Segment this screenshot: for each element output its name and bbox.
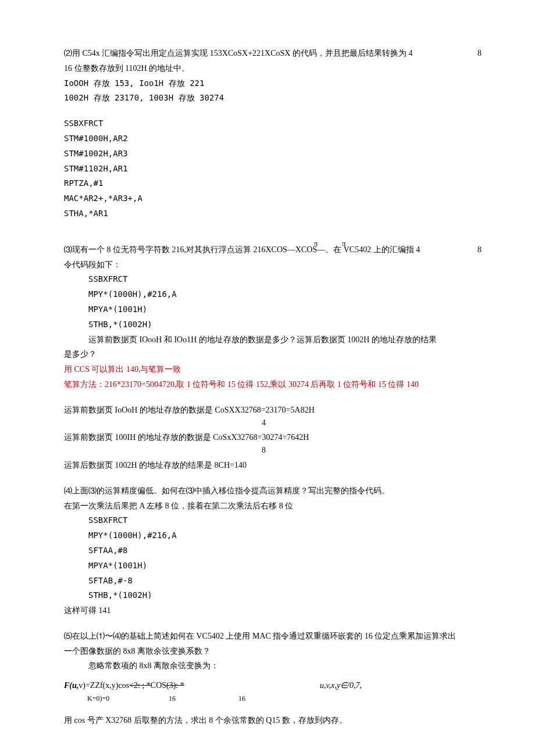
q2-prompt-line2: 16 位整数存放到 1102H 的地址中。 — [64, 62, 477, 76]
q5-prompt-b: 一个图像数据的 8x8 离散余弦变换系数？ — [64, 644, 477, 658]
q2-prompt-line1: ⑵用 C54x 汇编指令写出用定点运算实现 153XCoSX+221XCoSX … — [64, 46, 477, 60]
q5-final: 用 cos 号产 X32768 后取整的方法，求出 8 个余弦常数的 Q15 数… — [64, 714, 477, 728]
q5-f-left: F(u, — [64, 681, 79, 690]
q5-f-right: u,v,x,y∈/0,7, — [320, 679, 362, 693]
q5-formula: F(u,v)=ZZf(x,y)cos<2: ; *COS(3): * u,v,x… — [64, 679, 477, 691]
q3-ans1: 运算前数据页 IoOoH 的地址存放的数据是 CoSXX32768=23170=… — [64, 403, 477, 417]
q2-code-4: RPTZA,#1 — [64, 177, 477, 191]
q3-ans3: 运算后数据页 1002H 的地址存放的结果是 8CH=140 — [64, 458, 477, 472]
q3-pi2: π — [342, 237, 346, 250]
q2-right-8: 8 — [477, 46, 482, 60]
q3-code-2: MPYA*(1001H) — [88, 303, 477, 317]
q3-code-3: STHB,*(1002H) — [88, 318, 477, 332]
q3-ask: 运算前数据页 IOooH 和 IOo1H 的地址存放的数据是多少？运算后数据页 … — [88, 333, 477, 347]
q2-code-0: SSBXFRCT — [64, 117, 477, 131]
q5-prompt-a: ⑸在以上⑴〜⑷的基础上简述如何在 VC5402 上使用 MAC 指令通过双重循环… — [64, 629, 477, 643]
q4-code-5: STHB,*(1002H) — [88, 589, 477, 603]
q3-red1: 用 CCS 可以算出 140,与笔算一致 — [64, 363, 477, 377]
q5-f-v: v)=ZZf(x,y)cos — [79, 681, 129, 690]
q4-code-1: MPY*(1000H),#216,A — [88, 529, 477, 543]
q4-prompt: ⑷上面⑶的运算精度偏低。如何在⑶中插入移位指令提高运算精度？写出完整的指令代码。 — [64, 484, 477, 498]
q3-ans1-sub: 4 — [262, 416, 477, 430]
q2-prompt-a: ⑵用 C54x 汇编指令写出用定点运算实现 153XCoSX+221XCoSX … — [64, 49, 412, 58]
q4-code-3: MPYA*(1001H) — [88, 559, 477, 573]
q5-f-mid2: (3): * — [166, 681, 184, 690]
q4-code-4: SFTAB,#-8 — [88, 574, 477, 588]
q3-code-1: MPY*(1000H),#216,A — [88, 288, 477, 302]
q2-code-2: STM#1002H,AR3 — [64, 147, 477, 161]
q3-ask2: 是多少？ — [64, 347, 477, 361]
q5-formula-sub: K=0)=0 16 16 — [64, 693, 477, 702]
q5-f-cos: COS — [151, 681, 166, 690]
q5-f-mid1: <2: ; * — [129, 681, 151, 690]
q2-code-3: STM#1102H,AR1 — [64, 162, 477, 176]
q3-red2: 笔算方法：216*23170=5004720,取 1 位符号和 15 位得 15… — [64, 378, 477, 392]
q3-right-8: 8 — [477, 243, 482, 257]
q4-code-0: SSBXFRCT — [88, 514, 477, 528]
q4-result: 这样可得 141 — [64, 604, 477, 618]
q5-sub-left: K=0)=0 — [87, 693, 109, 704]
q3-prompt-line2: 令代码段如下： — [64, 258, 477, 272]
q2-code-5: MAC*AR2+,*AR3+,A — [64, 192, 477, 206]
q2-data-line2: 1002H 存放 23170, 1003H 存放 30274 — [64, 91, 477, 105]
q3-prompt-a: ⑶现有一个 8 位无符号字符数 216,对其执行浮点运算 216XCOS—XCO… — [64, 245, 420, 254]
q5-sub-16a: 16 — [169, 693, 176, 704]
q5-sub-16b: 16 — [238, 693, 245, 704]
q3-ans2-sub: 8 — [262, 443, 477, 457]
q4-line: 在第一次乘法后果把 A 左移 8 位，接着在第二次乘法后右移 8 位 — [64, 499, 477, 513]
q2-data-line1: IoOOH 存放 153, Ioo1H 存放 221 — [64, 77, 477, 91]
q3-pi1: π — [314, 237, 318, 250]
q3-prompt-line1: ⑶现有一个 8 位无符号字符数 216,对其执行浮点运算 216XCOS—XCO… — [64, 243, 477, 257]
q3-code-0: SSBXFRCT — [88, 273, 477, 286]
q3-ans2: 运算前数据页 100IH 的地址存放的数据是 CoSxX32768=30274=… — [64, 431, 477, 445]
q2-code-6: STHA,*AR1 — [64, 207, 477, 221]
q5-line: 忽略常数项的 8x8 离散余弦变换为： — [88, 659, 477, 673]
q2-code-1: STM#1000H,AR2 — [64, 132, 477, 146]
q4-code-2: SFTAA,#8 — [88, 544, 477, 558]
